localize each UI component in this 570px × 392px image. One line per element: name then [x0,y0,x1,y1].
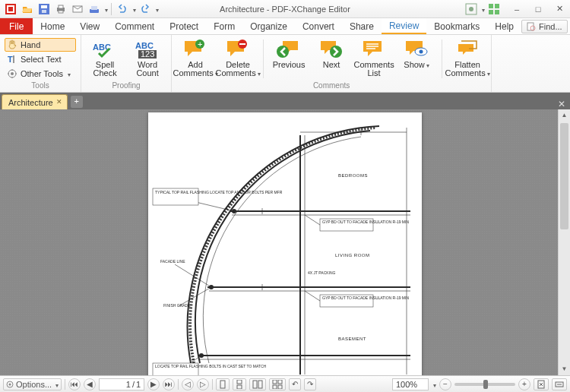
tab-review[interactable]: Review [382,18,426,34]
scroll-up-icon[interactable]: ▲ [559,109,570,122]
tab-home[interactable]: Home [33,18,72,34]
file-tab[interactable]: File [0,18,33,34]
word-count-button[interactable]: ABC123 Word Count [128,36,166,81]
svg-rect-85 [278,385,282,389]
title-bar: Architecture - PDF-XChange Editor – □ ✕ [0,0,570,18]
document-viewport[interactable]: BEDROOMS LIVING ROOM BASEMENT FACADE LIN… [0,109,570,375]
undo-dropdown-icon[interactable] [131,5,136,14]
comments-list-button[interactable]: Comments List [355,36,393,81]
scroll-thumb[interactable] [560,123,568,229]
add-comments-button[interactable]: + Add Comments [176,36,214,81]
maximize-button[interactable]: □ [527,2,549,17]
email-icon[interactable] [70,2,85,17]
zoom-dropdown-icon[interactable] [432,380,436,389]
layout-facing-continuous-icon[interactable] [269,378,286,390]
nav-back-button[interactable]: ◁ [182,378,194,390]
tab-form[interactable]: Form [206,18,242,34]
vertical-scrollbar[interactable]: ▲ ▼ [558,109,570,375]
layout-single-icon[interactable] [216,378,230,390]
svg-rect-15 [495,4,499,8]
svg-line-71 [305,291,320,301]
doctab-close-icon[interactable]: ✕ [55,97,64,106]
zoom-out-button[interactable]: − [439,378,451,390]
document-tab-bar: Architecture ✕ + ✕ [0,93,570,109]
svg-text:LOCATE TOP RAIL FLASHING
BOLTS: LOCATE TOP RAIL FLASHING BOLTS IN CAST S… [155,364,267,368]
zoom-field[interactable]: 100% [392,378,429,390]
minimize-button[interactable]: – [506,2,527,17]
document-tab-architecture[interactable]: Architecture ✕ [2,94,68,109]
ui-options-icon[interactable] [465,3,477,15]
hand-tool-button[interactable]: Hand [5,38,76,52]
tab-help[interactable]: Help [487,18,521,34]
tab-convert[interactable]: Convert [295,18,342,34]
redo-icon[interactable] [138,2,153,17]
tab-protect[interactable]: Protect [162,18,206,34]
tab-organize[interactable]: Organize [242,18,295,34]
group-proofing: ABC Spell Check ABC123 Word Count Proofi… [81,35,172,92]
svg-point-36 [330,46,342,58]
svg-point-26 [11,72,14,75]
svg-rect-8 [59,11,63,13]
print-icon[interactable] [53,2,68,17]
nav-forward-button[interactable]: ▷ [197,378,209,390]
ui-options-dropdown-icon[interactable] [480,5,485,14]
show-comments-button[interactable]: Show [397,36,435,81]
spell-label: Spell Check [93,61,116,77]
previous-comment-button[interactable]: Previous [270,36,308,81]
rotate-ccw-icon[interactable]: ↶ [289,378,301,390]
status-bar: Options... ⏮ ◀ 1 / 1 ▶ ⏭ ◁ ▷ ↶ ↷ 100% − … [0,375,570,392]
rotate-cw-icon[interactable]: ↷ [304,378,316,390]
app-logo-icon[interactable] [3,2,18,17]
svg-rect-81 [258,381,262,388]
first-page-button[interactable]: ⏮ [68,378,81,390]
tab-bookmarks[interactable]: Bookmarks [426,18,487,34]
doctab-label: Architecture [8,98,53,107]
tab-share[interactable]: Share [342,18,382,34]
layout-continuous-icon[interactable] [233,378,246,390]
find-button[interactable]: Find... [521,20,568,33]
page-sep: / [132,380,135,389]
svg-rect-17 [495,10,499,14]
next-page-button[interactable]: ▶ [147,378,160,390]
zoom-in-button[interactable]: + [518,378,530,390]
room-livingroom: LIVING ROOM [335,253,370,258]
zoom-slider[interactable] [454,383,515,386]
select-text-button[interactable]: TSelect Text [5,52,76,66]
scan-icon[interactable] [87,2,102,17]
svg-point-35 [277,46,289,58]
next-comment-button[interactable]: Next [312,36,350,81]
save-icon[interactable] [36,2,52,17]
fit-width-icon[interactable] [552,378,567,390]
delete-comments-button[interactable]: Delete Comments [219,36,257,81]
fit-page-icon[interactable] [534,378,549,390]
quick-access-toolbar [0,2,159,17]
flatten-comments-button[interactable]: Flatten Comments [448,36,486,81]
undo-icon[interactable] [115,2,130,17]
launch-app-icon[interactable] [488,3,500,15]
last-page-button[interactable]: ⏭ [163,378,175,390]
options-button[interactable]: Options... [3,378,62,390]
scroll-down-icon[interactable]: ▼ [559,363,570,375]
svg-point-76 [9,383,11,385]
zoom-slider-knob[interactable] [483,380,488,389]
page-number-field[interactable]: 1 / 1 [99,378,144,390]
redo-dropdown-icon[interactable] [154,5,159,14]
other-label: Other Tools [21,69,63,78]
group-comments-label: Comments [176,81,486,92]
layout-facing-icon[interactable] [249,378,266,390]
group-proofing-label: Proofing [86,81,166,92]
other-tools-button[interactable]: Other Tools [5,67,76,81]
open-icon[interactable] [20,2,35,17]
spell-check-button[interactable]: ABC Spell Check [86,36,124,81]
svg-line-68 [305,215,320,225]
tab-comment[interactable]: Comment [107,18,162,34]
close-button[interactable]: ✕ [549,2,570,17]
qat-dropdown-icon[interactable] [103,5,108,14]
close-all-icon[interactable]: ✕ [555,99,568,109]
window-controls: – □ ✕ [465,2,570,17]
svg-rect-80 [253,381,257,388]
prev-page-button[interactable]: ◀ [84,378,96,390]
new-tab-button[interactable]: + [71,96,83,108]
tab-view[interactable]: View [72,18,107,34]
svg-text:4X  JT  PACKING: 4X JT PACKING [308,270,336,275]
